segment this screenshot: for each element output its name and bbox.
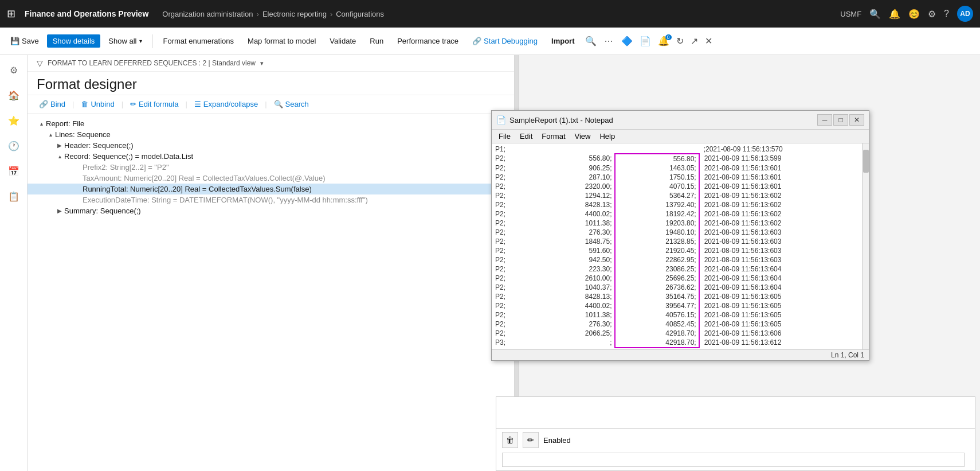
tree-arrow-record: ▴: [55, 153, 64, 159]
format-enumerations-button[interactable]: Format enumerations: [158, 34, 240, 48]
toolbar-icon-4[interactable]: ↗: [688, 33, 700, 49]
table-row: P2; 591.60; 21920.45; 2021-08-09 11:56:1…: [493, 246, 868, 255]
main-toolbar: 💾 Save Show details Show all ▾ Format en…: [0, 28, 980, 55]
notepad-menu-format[interactable]: Format: [537, 131, 570, 142]
notepad-file-icon: 📄: [496, 115, 506, 124]
toolbar-badge-icon[interactable]: 🔔0: [656, 33, 672, 49]
search-toolbar-icon[interactable]: 🔍: [583, 33, 599, 49]
tree-node-summary[interactable]: ▶ Summary: Sequence(;): [28, 205, 514, 216]
save-button[interactable]: 💾 Save: [5, 34, 45, 48]
expand-collapse-button[interactable]: ☰ Expand/collapse: [192, 99, 260, 110]
close-button[interactable]: ✕: [849, 114, 864, 126]
map-format-button[interactable]: Map format to model: [242, 34, 322, 48]
user-avatar[interactable]: AD: [957, 6, 973, 22]
notepad-menu-file[interactable]: File: [494, 131, 515, 142]
tree-node-taxamount[interactable]: TaxAmount: Numeric[20..20] Real = Collec…: [28, 173, 514, 184]
bottom-section: 🗑 ✏ Enabled: [491, 396, 980, 471]
notepad-menu-edit[interactable]: Edit: [515, 131, 537, 142]
show-details-button[interactable]: Show details: [47, 34, 101, 48]
sidebar-clock-icon[interactable]: 🕐: [3, 135, 24, 156]
performance-trace-button[interactable]: Performance trace: [391, 34, 464, 48]
tree-node-record[interactable]: ▴ Record: Sequence(;) = model.Data.List: [28, 151, 514, 162]
import-button[interactable]: Import: [546, 34, 580, 48]
col-running: 23086.25;: [615, 264, 699, 274]
toolbar-icon-1[interactable]: 🔷: [619, 33, 635, 49]
restore-button[interactable]: □: [833, 114, 848, 126]
breadcrumb-item-1[interactable]: Organization administration: [162, 10, 253, 18]
standard-view-dropdown[interactable]: ▾: [260, 60, 264, 67]
app-grid-icon[interactable]: ⊞: [7, 7, 15, 20]
user-face-icon[interactable]: 😊: [908, 9, 920, 20]
table-row: P2; 1040.37; 26736.62; 2021-08-09 11:56:…: [493, 283, 868, 292]
sidebar-filter-icon[interactable]: ⚙: [3, 60, 24, 80]
col-prefix: P2;: [493, 274, 530, 283]
notepad-scrollbar[interactable]: [862, 143, 869, 349]
tree-node-report[interactable]: ▴ Report: File: [28, 118, 514, 129]
edit-formula-button[interactable]: ✏ Edit formula: [128, 99, 181, 110]
sidebar-star-icon[interactable]: ⭐: [3, 110, 24, 131]
breadcrumb: Organization administration › Electronic…: [162, 10, 384, 18]
col-datetime: ;2021-08-09 11:56:13:570: [699, 145, 868, 154]
filter-icon[interactable]: ▽: [37, 59, 43, 68]
unbind-button[interactable]: 🗑 Unbind: [79, 99, 116, 110]
edit-icon-button[interactable]: ✏: [523, 432, 539, 448]
notepad-menu-view[interactable]: View: [570, 131, 595, 142]
col-running: 35164.75;: [615, 292, 699, 301]
scrollbar-thumb[interactable]: [863, 150, 869, 173]
col-amount: 8428.13;: [530, 200, 614, 209]
notepad-title: SampleReport (1).txt - Notepad: [509, 116, 814, 124]
tree-area[interactable]: ▴ Report: File ▴ Lines: Sequence ▶ Heade…: [28, 114, 514, 471]
top-nav: ⊞ Finance and Operations Preview Organiz…: [0, 0, 980, 28]
notepad-content[interactable]: P1; ;2021-08-09 11:56:13:570 P2; 556.80;…: [492, 143, 869, 349]
breadcrumb-item-3[interactable]: Configurations: [336, 10, 384, 18]
sidebar-list-icon[interactable]: 📋: [3, 186, 24, 207]
more-options-button[interactable]: ···: [601, 33, 617, 49]
search-button[interactable]: 🔍 Search: [272, 99, 311, 110]
enabled-input[interactable]: [502, 453, 965, 467]
tree-node-header[interactable]: ▶ Header: Sequence(;): [28, 140, 514, 151]
designer-header: Format designer: [28, 72, 514, 95]
toolbar-icon-2[interactable]: 📄: [637, 33, 653, 49]
validate-button[interactable]: Validate: [324, 34, 362, 48]
search-icon[interactable]: 🔍: [869, 9, 881, 20]
notepad-window: 📄 SampleReport (1).txt - Notepad ─ □ ✕ F…: [491, 110, 869, 361]
run-button[interactable]: Run: [364, 34, 389, 48]
notification-icon[interactable]: 🔔: [889, 9, 900, 20]
table-row: P2; 223.30; 23086.25; 2021-08-09 11:56:1…: [493, 264, 868, 274]
tree-arrow-report: ▴: [37, 120, 46, 127]
col-prefix: P2;: [493, 320, 530, 329]
tree-node-runningtotal[interactable]: RunningTotal: Numeric[20..20] Real = Col…: [28, 184, 514, 194]
col-amount: 4400.02;: [530, 301, 614, 310]
start-debugging-button[interactable]: 🔗 Start Debugging: [467, 34, 543, 48]
col-datetime: 2021-08-09 11:56:13:602: [699, 219, 868, 228]
minimize-button[interactable]: ─: [817, 114, 832, 126]
breadcrumb-item-2[interactable]: Electronic reporting: [262, 10, 327, 18]
col-amount: 942.50;: [530, 255, 614, 264]
sidebar-calendar-icon[interactable]: 📅: [3, 161, 24, 181]
sidebar-home-icon[interactable]: 🏠: [3, 85, 24, 106]
col-running: 4070.15;: [615, 182, 699, 191]
toolbar-icon-3[interactable]: ↻: [674, 33, 686, 49]
tree-node-prefix2[interactable]: Prefix2: String[2..2] = "P2": [28, 162, 514, 173]
settings-icon[interactable]: ⚙: [928, 9, 936, 20]
text-area[interactable]: [496, 396, 975, 429]
col-amount: 1848.75;: [530, 237, 614, 246]
col-datetime: 2021-08-09 11:56:13:601: [699, 164, 868, 173]
help-icon[interactable]: ?: [944, 9, 949, 19]
toolbar-close-icon[interactable]: ✕: [703, 33, 715, 49]
show-all-button[interactable]: Show all ▾: [103, 34, 147, 48]
col-running: 21920.45;: [615, 246, 699, 255]
bind-button[interactable]: 🔗 Bind: [37, 99, 68, 110]
col-prefix: P2;: [493, 292, 530, 301]
col-prefix: P2;: [493, 154, 530, 164]
tree-node-lines[interactable]: ▴ Lines: Sequence: [28, 129, 514, 140]
enabled-section: 🗑 ✏ Enabled: [496, 429, 975, 471]
col-prefix: P2;: [493, 228, 530, 237]
tree-node-execution[interactable]: ExecutionDateTime: String = DATETIMEFORM…: [28, 194, 514, 205]
notepad-menu-help[interactable]: Help: [595, 131, 620, 142]
delete-icon-button[interactable]: 🗑: [502, 432, 518, 448]
col-amount: 1011.38;: [530, 219, 614, 228]
table-row: P2; 4400.02; 18192.42; 2021-08-09 11:56:…: [493, 209, 868, 219]
col-prefix: P2;: [493, 191, 530, 200]
app-title: Finance and Operations Preview: [25, 9, 148, 18]
